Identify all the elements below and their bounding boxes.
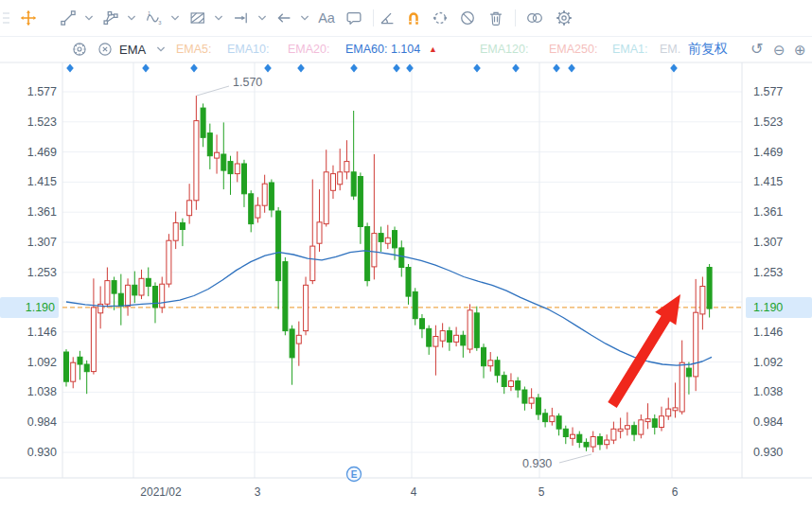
candle-body (146, 278, 150, 286)
candle-body (611, 429, 616, 440)
event-diamond-marker[interactable] (473, 64, 481, 73)
arrow-left-icon[interactable] (276, 10, 292, 26)
indicator-item-ema10[interactable]: EMA10: (227, 43, 269, 56)
y-axis-label-left: 1.577 (27, 85, 57, 98)
arrow-annotation[interactable] (608, 294, 680, 408)
svg-text:1: 1 (148, 10, 150, 16)
candle-body (686, 368, 691, 377)
wave-icon[interactable]: 13 (146, 10, 163, 26)
trendline-icon[interactable] (61, 10, 77, 26)
indicator-selector[interactable]: EMA (119, 43, 146, 57)
shape-icon[interactable] (103, 10, 119, 26)
indicator-close-icon[interactable] (97, 42, 113, 57)
y-axis-label-left: 1.038 (27, 385, 57, 398)
angle-icon[interactable] (380, 10, 396, 26)
measure-icon[interactable] (234, 10, 250, 26)
price-adjust-mode[interactable]: 前复权 (688, 41, 728, 58)
chevron-down-icon[interactable] (170, 14, 180, 22)
indicator-settings-icon[interactable] (72, 42, 87, 57)
event-diamond-marker[interactable] (568, 64, 575, 73)
event-diamond-marker[interactable] (350, 64, 358, 73)
pattern-icon[interactable] (189, 10, 206, 26)
candle-body (91, 308, 96, 372)
candle-body (338, 172, 343, 185)
indicator-item-ema60[interactable]: EMA60: 1.104 (345, 43, 420, 56)
candle-body (447, 331, 451, 343)
y-axis-label-left: 0.984 (27, 415, 57, 429)
candle-body (536, 397, 540, 414)
hide-drawings-icon[interactable] (460, 10, 476, 26)
candle-body (605, 440, 609, 445)
panel-drag-handle-icon[interactable] (2, 9, 11, 30)
x-axis-label: 5 (538, 485, 545, 499)
y-axis-label-right: 1.307 (753, 236, 783, 249)
y-axis-label-right: 1.038 (753, 385, 783, 398)
chevron-down-icon[interactable] (300, 14, 309, 22)
candle-body (262, 184, 267, 205)
candle-body (112, 281, 116, 294)
candle-body (673, 408, 678, 411)
y-axis-label-right: 1.523 (753, 115, 783, 129)
chevron-down-icon[interactable] (214, 14, 223, 22)
note-icon[interactable] (345, 10, 362, 26)
price-up-triangle-icon: ▲ (429, 44, 437, 54)
chevron-down-icon[interactable] (257, 14, 267, 22)
candle-body (64, 352, 69, 381)
zoom-in-icon[interactable]: ⊕ (794, 43, 806, 57)
move-icon[interactable] (21, 10, 37, 26)
settings-icon[interactable] (556, 9, 573, 26)
compare-icon[interactable] (526, 10, 544, 26)
candle-body (71, 362, 76, 381)
y-axis-label-left: 1.361 (27, 205, 57, 219)
low-annotation-line (559, 454, 591, 463)
chevron-down-icon[interactable] (127, 14, 136, 22)
candle-body (427, 328, 432, 346)
candle-body (393, 231, 397, 248)
candle-body (543, 414, 548, 422)
candle-body (167, 240, 171, 284)
text-icon[interactable]: Aa (318, 10, 335, 26)
chevron-down-icon[interactable] (156, 45, 166, 53)
event-diamond-marker[interactable] (670, 64, 678, 73)
y-axis-label-right: 0.930 (753, 446, 783, 459)
indicator-item-ema120[interactable]: EMA120: (480, 43, 528, 56)
event-diamond-marker[interactable] (393, 64, 400, 73)
candle-body (331, 174, 336, 191)
event-diamond-marker[interactable] (406, 64, 414, 73)
candle-body (707, 268, 712, 309)
event-diamond-marker[interactable] (142, 64, 150, 73)
zoom-out-icon[interactable]: ⊖ (773, 43, 786, 57)
indicator-item-em[interactable]: EM. (660, 43, 680, 56)
candle-body (625, 426, 629, 430)
event-diamond-marker[interactable] (512, 64, 520, 73)
event-diamond-marker[interactable] (297, 64, 305, 73)
candle-body (482, 347, 486, 365)
indicator-item-ema1[interactable]: EMA1: (612, 43, 648, 56)
y-axis-label-right: 1.469 (753, 146, 783, 159)
candle-body (310, 246, 315, 281)
indicator-item-ema5[interactable]: EMA5: (176, 43, 212, 56)
event-diamond-marker[interactable] (553, 64, 560, 73)
indicator-item-ema250[interactable]: EMA250: (549, 43, 597, 56)
candle-body (680, 362, 684, 412)
candle-body (173, 222, 178, 240)
delete-icon[interactable] (488, 10, 504, 26)
candle-body (105, 281, 110, 305)
event-diamond-marker[interactable] (66, 64, 74, 73)
candle-body (372, 234, 377, 267)
magnet-icon[interactable] (406, 10, 422, 26)
event-diamond-marker[interactable] (264, 64, 272, 73)
candle-body (563, 429, 568, 436)
event-diamond-marker[interactable] (190, 64, 198, 73)
y-axis-label-right: 1.146 (753, 326, 783, 339)
candlestick-chart-canvas[interactable]: 1.5700.930E1.5771.5771.5231.5231.4691.46… (0, 0, 812, 511)
y-axis-label-left: 1.307 (27, 236, 57, 249)
y-axis-label-left: 1.469 (27, 146, 57, 159)
candle-body (399, 248, 404, 268)
indicator-bar: EMA EMA5:EMA10:EMA20:EMA60: 1.104▲EMA120… (0, 37, 812, 62)
indicator-item-ema20[interactable]: EMA20: (288, 43, 329, 56)
continuous-draw-icon[interactable] (432, 10, 449, 26)
undo-icon[interactable]: ↺ (750, 42, 763, 57)
chevron-down-icon[interactable] (84, 14, 94, 22)
y-axis-label-right: 1.361 (753, 205, 783, 219)
